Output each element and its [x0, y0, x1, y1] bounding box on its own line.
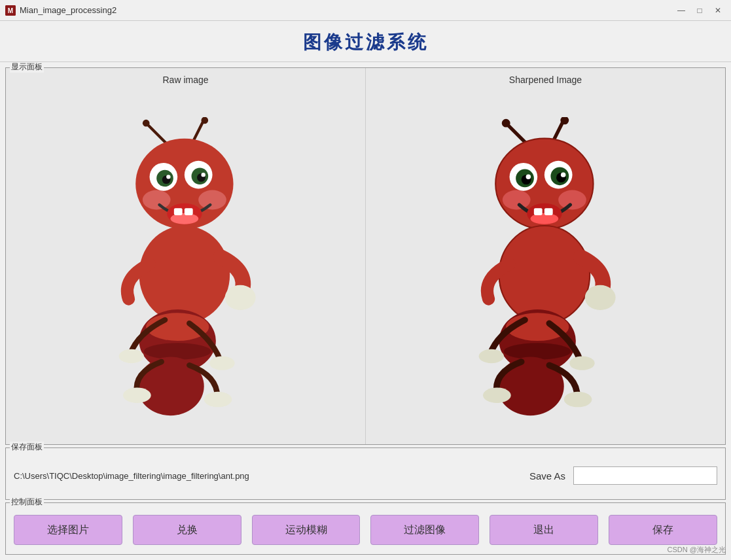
svg-point-61: [563, 391, 592, 406]
sharpened-image-section: Sharpened Image: [366, 68, 725, 444]
title-bar-left: M Mian_image_processing2: [5, 5, 116, 16]
svg-point-5: [201, 117, 208, 124]
svg-point-27: [118, 349, 143, 362]
quit-button[interactable]: 退出: [490, 515, 598, 545]
svg-point-15: [166, 175, 170, 179]
save-as-group: Save As: [529, 466, 717, 485]
save-panel-content: C:\Users\TIQC\Desktop\image_filtering\im…: [14, 459, 717, 493]
sharpened-image-placeholder: [366, 90, 725, 444]
app-title-area: 图像过滤系统: [0, 21, 731, 62]
svg-point-46: [560, 172, 565, 177]
svg-point-56: [504, 343, 571, 360]
window-controls: — □ ✕: [673, 4, 726, 17]
maximize-button[interactable]: □: [692, 4, 707, 17]
control-panel-content: 选择图片 兑换 运动模糊 过滤图像 退出 保存: [14, 512, 717, 548]
raw-image-label: Raw image: [162, 75, 208, 85]
file-path: C:\Users\TIQC\Desktop\image_filtering\im…: [14, 471, 249, 481]
svg-point-33: [501, 118, 510, 127]
motion-blur-button[interactable]: 运动模糊: [252, 515, 361, 545]
control-panel: 控制面板 选择图片 兑换 运动模糊 过滤图像 退出 保存: [5, 502, 726, 555]
svg-point-22: [224, 285, 255, 309]
svg-point-7: [142, 190, 170, 209]
panel-container: 显示面板 Raw image: [0, 62, 731, 560]
save-as-input[interactable]: [573, 466, 717, 485]
filter-image-button[interactable]: 过滤图像: [370, 515, 479, 545]
svg-point-8: [198, 190, 226, 209]
sharpened-image-label: Sharpened Image: [509, 75, 582, 85]
svg-rect-50: [544, 208, 552, 215]
svg-point-16: [201, 172, 205, 176]
sharpened-ant-image: [441, 117, 651, 418]
svg-point-30: [204, 391, 232, 406]
raw-image-section: Raw image: [6, 68, 366, 444]
save-button[interactable]: 保存: [609, 515, 717, 545]
svg-point-60: [483, 387, 511, 402]
svg-point-59: [569, 356, 594, 370]
svg-point-53: [584, 285, 615, 309]
watermark: CSDN @海神之光: [668, 545, 726, 555]
svg-point-28: [209, 356, 234, 370]
control-panel-label: 控制面板: [10, 497, 44, 508]
close-button[interactable]: ✕: [710, 4, 726, 17]
svg-rect-20: [184, 208, 192, 215]
display-panel: 显示面板 Raw image: [5, 67, 726, 445]
svg-point-29: [123, 387, 151, 402]
images-area: Raw image: [6, 68, 725, 444]
save-panel: 保存面板 C:\Users\TIQC\Desktop\image_filteri…: [5, 447, 726, 500]
svg-point-37: [502, 190, 530, 209]
svg-point-25: [144, 343, 211, 360]
app-icon: M: [5, 5, 16, 16]
svg-rect-19: [173, 208, 182, 215]
app-title: 图像过滤系统: [0, 30, 731, 55]
svg-rect-49: [533, 208, 542, 215]
raw-ant-image: [81, 117, 291, 418]
swap-button[interactable]: 兑换: [133, 515, 241, 545]
svg-text:M: M: [8, 7, 13, 14]
minimize-button[interactable]: —: [673, 4, 689, 17]
svg-point-21: [139, 226, 230, 323]
svg-point-58: [478, 349, 503, 362]
svg-point-4: [142, 119, 149, 126]
title-bar: M Mian_image_processing2 — □ ✕: [0, 0, 731, 21]
save-panel-label: 保存面板: [10, 442, 44, 453]
save-as-label: Save As: [529, 470, 565, 481]
select-image-button[interactable]: 选择图片: [14, 515, 122, 545]
svg-point-45: [526, 174, 530, 179]
raw-image-placeholder: [6, 90, 365, 444]
svg-point-38: [558, 190, 586, 209]
app-name: Mian_image_processing2: [20, 5, 116, 15]
